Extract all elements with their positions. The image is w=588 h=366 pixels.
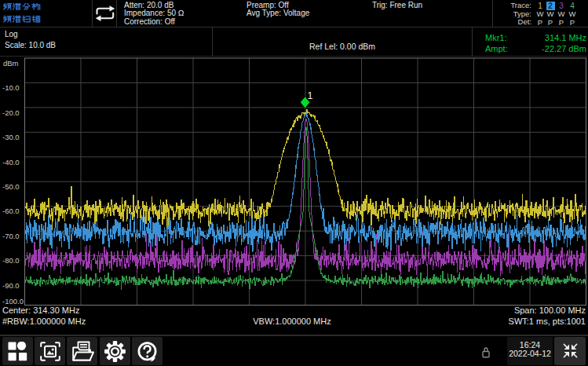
svg-text:1: 1 [308, 90, 313, 101]
